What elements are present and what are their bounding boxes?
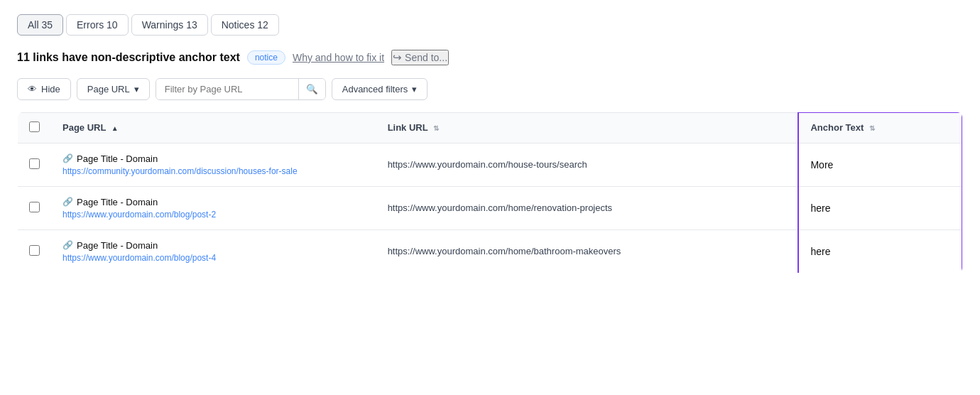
row-checkbox[interactable] — [29, 202, 40, 212]
link-url-cell: https://www.yourdomain.com/home/bathroom… — [376, 229, 799, 273]
issue-header: 11 links have non-descriptive anchor tex… — [17, 50, 963, 65]
page-title: Page Title - Domain — [77, 153, 158, 164]
table-row: 🔗 Page Title - Domain https://community.… — [18, 143, 963, 186]
row-checkbox-cell — [18, 186, 52, 229]
eye-icon: 👁 — [28, 84, 37, 94]
row-checkbox[interactable] — [29, 245, 40, 256]
page-url-dropdown-label: Page URL — [87, 84, 130, 94]
page-url-link[interactable]: https://www.yourdomain.com/blog/post-2 — [62, 210, 216, 220]
page-url-cell: 🔗 Page Title - Domain https://community.… — [51, 143, 376, 186]
tab-warnings[interactable]: Warnings 13 — [131, 14, 208, 36]
link-url-cell: https://www.yourdomain.com/house-tours/s… — [376, 143, 799, 186]
page-url-cell: 🔗 Page Title - Domain https://www.yourdo… — [51, 186, 376, 229]
row-checkbox-cell — [18, 229, 52, 273]
search-button[interactable]: 🔍 — [298, 79, 325, 99]
filter-input[interactable] — [156, 79, 298, 99]
sort-icon-page-url[interactable]: ▲ — [111, 124, 119, 132]
select-all-checkbox[interactable] — [29, 121, 40, 132]
hide-label: Hide — [41, 84, 60, 94]
data-table: Page URL ▲ Link URL ⇅ Anchor Text ⇅ 🔗 Pa… — [17, 112, 963, 274]
page-url-dropdown[interactable]: Page URL ▾ — [77, 78, 150, 100]
anchor-text-value: here — [810, 246, 830, 257]
controls-row: 👁 Hide Page URL ▾ 🔍 Advanced filters ▾ — [17, 78, 963, 100]
advanced-filters-button[interactable]: Advanced filters ▾ — [332, 78, 428, 100]
select-all-header — [18, 112, 52, 143]
link-url-cell: https://www.yourdomain.com/home/renovati… — [376, 186, 799, 229]
table-row: 🔗 Page Title - Domain https://www.yourdo… — [18, 186, 963, 229]
filter-input-wrap: 🔍 — [156, 78, 326, 100]
link-url-text: https://www.yourdomain.com/house-tours/s… — [388, 159, 587, 170]
col-header-link-url: Link URL ⇅ — [376, 112, 799, 143]
table-row: 🔗 Page Title - Domain https://www.yourdo… — [18, 229, 963, 273]
sort-icon-anchor-text[interactable]: ⇅ — [869, 124, 875, 132]
tab-errors[interactable]: Errors 10 — [66, 14, 129, 36]
tab-notices[interactable]: Notices 12 — [211, 14, 279, 36]
anchor-text-cell: here — [798, 186, 962, 229]
link-url-text: https://www.yourdomain.com/home/bathroom… — [388, 246, 621, 256]
fix-link-text: Why and how to fix it — [293, 52, 384, 63]
row-checkbox[interactable] — [29, 158, 40, 169]
external-link-icon: 🔗 — [62, 240, 73, 250]
col-header-page-url: Page URL ▲ — [51, 112, 376, 143]
anchor-text-cell: here — [798, 229, 962, 273]
col-header-anchor-text: Anchor Text ⇅ — [798, 112, 962, 143]
page-title: Page Title - Domain — [77, 197, 158, 207]
anchor-text-cell: More — [798, 143, 962, 186]
send-to-label: Send to... — [405, 52, 447, 63]
send-to-icon: ↪ — [393, 51, 402, 64]
sort-icon-link-url[interactable]: ⇅ — [433, 124, 439, 132]
external-link-icon: 🔗 — [62, 153, 73, 163]
anchor-text-value: More — [810, 159, 833, 171]
issue-title: 11 links have non-descriptive anchor tex… — [17, 51, 240, 64]
page-url-link[interactable]: https://community.yourdomain.com/discuss… — [62, 166, 298, 176]
anchor-text-value: here — [810, 202, 830, 214]
filter-tabs: All 35 Errors 10 Warnings 13 Notices 12 — [17, 14, 963, 36]
chevron-down-icon-2: ▾ — [412, 84, 417, 94]
page-url-cell: 🔗 Page Title - Domain https://www.yourdo… — [51, 229, 376, 273]
page-title: Page Title - Domain — [77, 240, 158, 251]
tab-all[interactable]: All 35 — [17, 14, 63, 36]
search-icon: 🔍 — [306, 84, 318, 94]
hide-button[interactable]: 👁 Hide — [17, 78, 71, 100]
chevron-down-icon: ▾ — [134, 84, 139, 94]
row-checkbox-cell — [18, 143, 52, 186]
link-url-text: https://www.yourdomain.com/home/renovati… — [388, 202, 612, 213]
fix-link[interactable]: Why and how to fix it — [293, 52, 384, 63]
external-link-icon: 🔗 — [62, 197, 73, 207]
advanced-filters-label: Advanced filters — [342, 84, 408, 94]
send-to-button[interactable]: ↪ Send to... — [391, 50, 449, 65]
page-url-link[interactable]: https://www.yourdomain.com/blog/post-4 — [62, 253, 216, 263]
notice-badge: notice — [247, 50, 285, 65]
